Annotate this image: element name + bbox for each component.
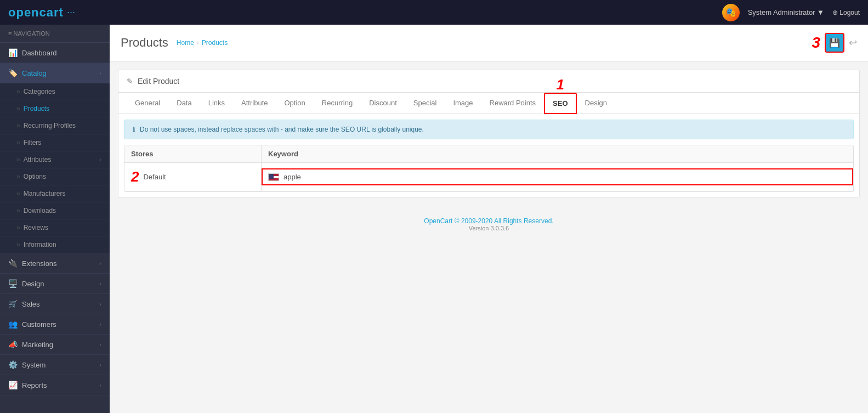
tab-seo-wrapper: 1 SEO — [544, 93, 576, 114]
topbar: opencart ··· 🎭 System Administrator ▼ ⊕ … — [0, 0, 868, 25]
customers-arrow: › — [99, 321, 101, 327]
tab-general[interactable]: General — [127, 93, 168, 114]
reviews-label: Reviews — [24, 224, 48, 231]
sidebar-item-products[interactable]: Products — [0, 100, 110, 117]
marketing-label: Marketing — [22, 341, 53, 349]
extensions-arrow: › — [99, 260, 101, 267]
design-label: Design — [22, 280, 44, 288]
products-label: Products — [24, 105, 49, 112]
sales-arrow: › — [99, 301, 101, 307]
annotation-1: 1 — [557, 76, 564, 93]
sidebar-item-categories[interactable]: Categories — [0, 83, 110, 100]
tab-special[interactable]: Special — [405, 93, 445, 114]
recurring-profiles-label: Recurring Profiles — [24, 122, 76, 129]
save-icon: 💾 — [829, 38, 840, 48]
attributes-arrow: › — [99, 156, 101, 163]
manufacturers-label: Manufacturers — [24, 190, 66, 197]
save-button[interactable]: 💾 — [825, 33, 844, 53]
seo-alert: ℹ Do not use spaces, instead replace spa… — [124, 120, 854, 139]
tab-reward-points[interactable]: Reward Points — [481, 93, 544, 114]
sidebar-catalog-sub: Categories Products Recurring Profiles F… — [0, 83, 110, 253]
tab-option[interactable]: Option — [276, 93, 314, 114]
tab-seo[interactable]: SEO — [544, 93, 576, 114]
col-keyword: Keyword — [262, 145, 853, 162]
sidebar-item-sales[interactable]: 🛒 Sales › — [0, 294, 110, 314]
sales-label: Sales — [22, 300, 40, 308]
alert-text: Do not use spaces, instead replace space… — [140, 126, 424, 133]
sidebar-item-system[interactable]: ⚙️ System › — [0, 355, 110, 375]
user-avatar: 🎭 — [722, 4, 740, 21]
sidebar-item-filters[interactable]: Filters — [0, 134, 110, 151]
filters-label: Filters — [24, 139, 42, 146]
tab-design[interactable]: Design — [577, 93, 615, 114]
tab-data[interactable]: Data — [168, 93, 200, 114]
reports-arrow: › — [99, 382, 101, 388]
reports-icon: 📈 — [8, 381, 18, 389]
system-arrow: › — [99, 361, 101, 368]
keyword-cell — [262, 168, 853, 185]
sidebar-item-options[interactable]: Options — [0, 168, 110, 185]
sales-icon: 🛒 — [8, 299, 18, 308]
tab-links[interactable]: Links — [200, 93, 233, 114]
footer-copyright: OpenCart © 2009-2020 All Rights Reserved… — [121, 217, 857, 225]
avatar-icon: 🎭 — [725, 7, 736, 18]
back-icon: ↩ — [849, 37, 857, 49]
logo-text: opencart — [8, 5, 64, 20]
seo-table: Stores Keyword 2 Default — [124, 145, 854, 192]
attributes-label: Attributes — [24, 156, 52, 163]
sidebar-item-dashboard[interactable]: 📊 Dashboard — [0, 43, 110, 63]
extensions-icon: 🔌 — [8, 259, 18, 268]
edit-product-form: ✎ Edit Product General Data Links Attrib… — [118, 70, 860, 198]
sidebar-item-reviews[interactable]: Reviews — [0, 219, 110, 236]
sidebar-item-attributes[interactable]: Attributes › — [0, 151, 110, 168]
col-stores: Stores — [124, 145, 262, 162]
tab-image[interactable]: Image — [445, 93, 481, 114]
tab-recurring[interactable]: Recurring — [314, 93, 361, 114]
tab-discount[interactable]: Discount — [361, 93, 405, 114]
store-name: 2 Default — [124, 163, 262, 191]
sidebar-item-customers[interactable]: 👥 Customers › — [0, 314, 110, 335]
extensions-label: Extensions — [22, 259, 57, 268]
sidebar-item-manufacturers[interactable]: Manufacturers — [0, 185, 110, 202]
system-label: System — [22, 361, 46, 369]
edit-header-label: Edit Product — [138, 77, 179, 86]
form-header: ✎ Edit Product — [118, 70, 859, 93]
keyword-input[interactable] — [283, 173, 847, 181]
content-area: Products Home › Products 3 💾 ↩ ✎ Edit Pr… — [110, 25, 868, 413]
edit-icon: ✎ — [127, 77, 133, 86]
logo: opencart ··· — [8, 5, 75, 20]
sidebar: ≡ NAVIGATION 📊 Dashboard 🏷️ Catalog › Ca… — [0, 25, 110, 413]
sidebar-item-downloads[interactable]: Downloads — [0, 202, 110, 219]
breadcrumb-home[interactable]: Home — [177, 39, 194, 47]
nav-header: ≡ NAVIGATION — [0, 25, 110, 43]
logout-button[interactable]: ⊕ Logout — [832, 9, 860, 16]
breadcrumb-current[interactable]: Products — [202, 39, 228, 47]
sidebar-item-design[interactable]: 🖥️ Design › — [0, 274, 110, 294]
alert-icon: ℹ — [133, 126, 135, 133]
breadcrumb: Home › Products — [177, 39, 228, 47]
topbar-right: 🎭 System Administrator ▼ ⊕ Logout — [722, 4, 860, 21]
user-name[interactable]: System Administrator ▼ — [748, 8, 824, 16]
tab-attribute[interactable]: Attribute — [233, 93, 276, 114]
sidebar-item-reports[interactable]: 📈 Reports › — [0, 375, 110, 395]
page-title: Products — [121, 36, 168, 50]
seo-table-header: Stores Keyword — [124, 145, 853, 163]
sidebar-item-information[interactable]: Information — [0, 236, 110, 253]
product-tabs: General Data Links Attribute Option Recu… — [118, 93, 859, 114]
marketing-icon: 📣 — [8, 340, 18, 349]
options-label: Options — [24, 173, 46, 180]
dashboard-label: Dashboard — [22, 49, 57, 57]
marketing-arrow: › — [99, 341, 101, 348]
seo-table-row: 2 Default — [124, 163, 853, 191]
sidebar-item-catalog[interactable]: 🏷️ Catalog › — [0, 63, 110, 83]
catalog-arrow: › — [99, 70, 101, 76]
sidebar-item-recurring-profiles[interactable]: Recurring Profiles — [0, 117, 110, 134]
customers-icon: 👥 — [8, 320, 18, 329]
downloads-label: Downloads — [24, 207, 56, 214]
information-label: Information — [24, 241, 56, 248]
sidebar-item-marketing[interactable]: 📣 Marketing › — [0, 335, 110, 355]
annotation-2: 2 — [131, 168, 139, 185]
catalog-icon: 🏷️ — [8, 69, 18, 77]
sidebar-item-extensions[interactable]: 🔌 Extensions › — [0, 253, 110, 274]
breadcrumb-sep: › — [197, 39, 199, 47]
